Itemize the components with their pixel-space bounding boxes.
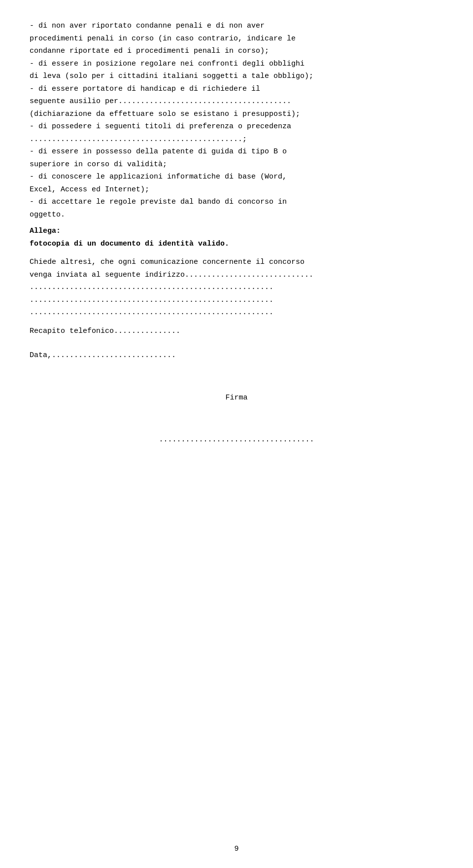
chiede-text: Chiede altresì, che ogni comunicazione c… [30, 256, 443, 319]
chiede-section: Chiede altresì, che ogni comunicazione c… [30, 256, 443, 319]
firma-section: Firma ..................................… [30, 392, 443, 446]
data-text: Data,............................ [30, 351, 176, 360]
firma-label: Firma [30, 392, 443, 404]
content: - di non aver riportato condanne penali … [30, 20, 443, 446]
allega-document-text: fotocopia di un documento di identità va… [30, 240, 229, 248]
page-number: 9 [234, 845, 238, 853]
main-text-block: - di non aver riportato condanne penali … [30, 20, 443, 221]
firma-line-container: ................................... [30, 434, 443, 446]
page: - di non aver riportato condanne penali … [0, 0, 473, 868]
allega-section: Allega: [30, 225, 443, 238]
recapito-section: Recapito telefonico............... [30, 325, 443, 338]
recapito-text: Recapito telefonico............... [30, 327, 180, 335]
handicap-word: handicap [140, 85, 176, 93]
allega-label: Allega: [30, 227, 61, 235]
data-section: Data,............................ [30, 349, 443, 362]
firma-line: ................................... [159, 435, 314, 444]
allega-content: fotocopia di un documento di identità va… [30, 238, 443, 251]
